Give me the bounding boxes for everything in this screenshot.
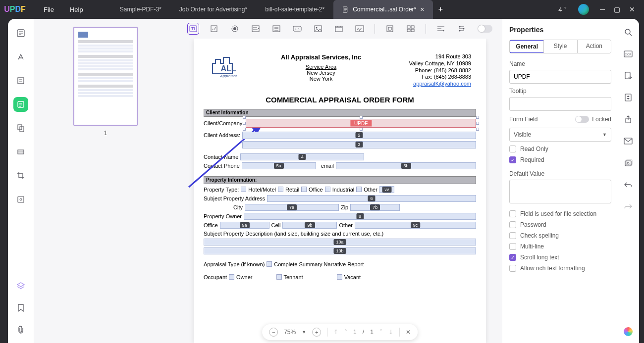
grid-tool[interactable] [405,23,417,35]
zoom-in-button[interactable]: + [312,328,321,337]
tab-general[interactable]: General [509,40,544,53]
dropdown-tool[interactable] [250,23,262,35]
page-thumbnail[interactable] [73,27,138,126]
settings-tool[interactable] [456,23,468,35]
field-client-address2[interactable]: 3 [242,141,476,148]
last-page-icon[interactable]: ⤓ [388,329,393,336]
tab-bill-of-sale[interactable]: bill-of-sale-template-2* [256,0,333,19]
tab-sample-pdf[interactable]: Sample-PDF-3* [111,0,170,19]
field-email[interactable]: 5b [336,162,476,169]
password-checkbox[interactable] [509,221,516,228]
required-checkbox[interactable]: ✓ [509,156,516,163]
image-tool[interactable] [312,23,324,35]
prop-tooltip-input[interactable] [509,97,611,111]
menu-help[interactable]: Help [70,6,83,13]
chk-hotel[interactable] [241,187,246,192]
pdf-page[interactable]: ALLAppraisal All Appraisal Services, Inc… [194,39,486,343]
bookmark-icon[interactable] [13,300,28,315]
close-icon[interactable]: × [420,5,424,13]
chk-other[interactable] [356,187,362,192]
chk-industrial[interactable] [325,187,330,192]
checkbox-tool[interactable] [208,23,220,35]
prev-page-icon[interactable]: ˄ [344,329,347,336]
field-contact-name[interactable]: 4 [240,153,364,160]
batch-icon[interactable] [622,156,635,169]
redact-tool-icon[interactable] [13,145,28,159]
tab-style[interactable]: Style [543,40,577,53]
close-button[interactable]: ✕ [629,5,635,13]
field-subject-address[interactable]: 6 [267,195,476,202]
chk-owner[interactable] [229,274,234,280]
crop-tool-icon[interactable] [13,168,28,183]
field-office[interactable]: 9a [220,222,269,229]
default-value-input[interactable] [509,180,611,203]
annotate-tool-icon[interactable] [13,49,28,64]
next-page-icon[interactable]: ˅ [379,329,382,336]
protect-tool-icon[interactable] [13,192,28,207]
new-tab-button[interactable]: + [433,5,448,14]
minimize-button[interactable]: ─ [600,5,605,13]
signature-tool[interactable] [354,23,366,35]
field-client-address1[interactable]: 2 [242,132,476,139]
tab-commercial[interactable]: Commercial...sal Order* × [333,0,433,19]
field-description2[interactable]: 10b [204,247,476,254]
scroll-text-checkbox[interactable]: ✓ [509,254,516,261]
ai-assistant-icon[interactable] [624,327,633,336]
search-icon[interactable] [622,26,635,39]
layers-icon[interactable] [13,279,28,294]
file-selection-checkbox[interactable] [509,210,516,217]
share-icon[interactable] [622,113,635,126]
date-tool[interactable] [333,23,345,35]
field-other[interactable]: 9c [355,222,476,229]
organize-tool-icon[interactable] [13,121,28,136]
menu-file[interactable]: File [44,6,54,13]
maximize-button[interactable]: ▢ [614,5,620,13]
preview-toggle[interactable] [478,25,492,33]
tab-action[interactable]: Action [578,40,611,53]
chk-narrative[interactable] [267,261,272,267]
close-pagectl-icon[interactable]: ✕ [406,329,411,336]
radio-tool[interactable] [229,23,241,35]
field-contact-phone[interactable]: 5a [242,162,316,169]
field-city[interactable]: 7a [245,204,339,211]
page-current[interactable]: 1 [353,329,357,336]
attachment-icon[interactable] [13,322,28,337]
redo-icon[interactable] [622,200,635,213]
field-other-type[interactable]: vv [379,186,394,193]
tab-count[interactable]: 4 ˅ [558,6,567,13]
multiline-checkbox[interactable] [509,243,516,250]
field-client-company[interactable]: UPDF [246,119,476,128]
zoom-out-button[interactable]: − [269,328,278,337]
chk-tennant[interactable] [276,274,282,280]
zoom-level[interactable]: 75% [284,329,296,336]
form-tool-icon[interactable] [13,97,28,112]
compress-icon[interactable] [622,91,635,104]
email-icon[interactable] [622,135,635,147]
field-property-owner[interactable]: 8 [244,213,476,220]
rich-text-checkbox[interactable] [509,265,516,272]
visibility-select[interactable]: Visible▼ [509,128,611,142]
chk-vacant[interactable] [337,274,342,280]
chk-retail[interactable] [278,187,283,192]
prop-name-input[interactable] [509,70,611,84]
ocr-icon[interactable]: OCR [622,48,635,60]
first-page-icon[interactable]: ⤒ [333,329,338,336]
text-field-tool[interactable]: TI [187,23,199,35]
locked-toggle[interactable] [575,116,589,123]
globe-icon[interactable] [578,4,589,15]
tab-job-order[interactable]: Job Order for Advertising* [170,0,256,19]
field-description1[interactable]: 10a [204,239,476,245]
form-recognize-tool[interactable] [384,23,396,35]
readonly-checkbox[interactable] [509,146,516,152]
field-cell[interactable]: 9b [282,222,337,229]
align-tool[interactable] [435,23,447,35]
edit-tool-icon[interactable] [13,73,28,88]
chk-office[interactable] [301,187,307,192]
undo-icon[interactable] [622,178,635,191]
list-tool[interactable] [270,23,282,35]
reader-tool-icon[interactable] [13,26,28,41]
button-tool[interactable]: OK [291,23,303,35]
check-spelling-checkbox[interactable] [509,232,516,239]
convert-icon[interactable] [622,69,635,82]
field-zip[interactable]: 7b [350,204,400,211]
